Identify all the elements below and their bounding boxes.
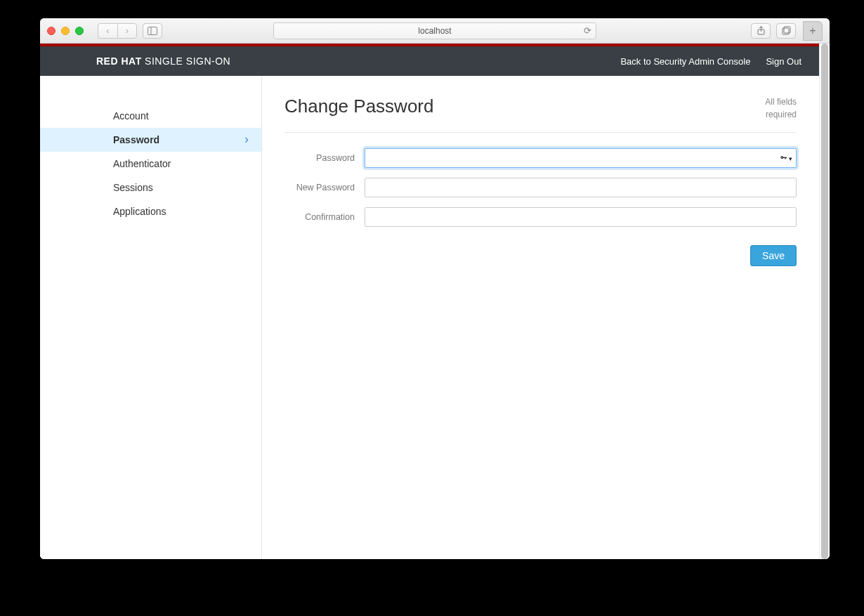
page: RED HAT SINGLE SIGN-ON Back to Security … [40, 44, 819, 559]
nav-buttons: ‹ › [98, 23, 137, 39]
svg-rect-0 [148, 27, 157, 34]
window-maximize-button[interactable] [75, 27, 84, 35]
share-button[interactable] [751, 23, 771, 39]
brand-bold: RED HAT [96, 55, 142, 67]
content-viewport: RED HAT SINGLE SIGN-ON Back to Security … [40, 44, 830, 559]
body: Account Password Authenticator Sessions … [40, 76, 819, 559]
password-label: Password [284, 148, 365, 164]
main-panel: Change Password All fields required Pass… [261, 76, 819, 559]
reload-icon[interactable]: ⟳ [584, 25, 591, 36]
tabs-icon [782, 26, 791, 35]
scrollbar-thumb[interactable] [821, 44, 828, 559]
title-row: Change Password All fields required [284, 96, 797, 133]
plus-icon: + [809, 25, 816, 37]
share-icon [757, 26, 766, 35]
password-input[interactable] [365, 148, 797, 168]
back-to-console-link[interactable]: Back to Security Admin Console [620, 56, 750, 67]
brand-logo: RED HAT SINGLE SIGN-ON [96, 55, 230, 67]
nav-back-button[interactable]: ‹ [98, 23, 117, 39]
window-minimize-button[interactable] [61, 27, 70, 35]
sidebar-item-label: Sessions [113, 182, 153, 193]
sign-out-link[interactable]: Sign Out [766, 56, 801, 67]
save-button[interactable]: Save [750, 245, 797, 266]
confirmation-label: Confirmation [284, 207, 365, 223]
window-controls [47, 27, 84, 35]
new-tab-button[interactable]: + [803, 21, 823, 41]
sidebar: Account Password Authenticator Sessions … [40, 76, 261, 559]
url-bar[interactable]: localhost ⟳ [273, 22, 596, 39]
new-password-label: New Password [284, 178, 365, 194]
sidebar-item-sessions[interactable]: Sessions [40, 176, 261, 199]
confirmation-input[interactable] [365, 207, 797, 227]
sidebar-item-authenticator[interactable]: Authenticator [40, 152, 261, 176]
form-actions: Save [284, 245, 797, 266]
sidebar-item-label: Applications [113, 206, 166, 217]
sidebar-item-label: Account [113, 110, 149, 122]
nav-forward-button[interactable]: › [117, 23, 137, 39]
browser-window: ‹ › localhost ⟳ [40, 18, 830, 559]
tabs-button[interactable] [776, 23, 796, 39]
form-row-password: Password ▾ [284, 148, 797, 168]
required-note: All fields required [765, 96, 797, 121]
form-row-confirmation: Confirmation [284, 207, 797, 227]
svg-rect-3 [783, 28, 789, 34]
titlebar-right-buttons: + [751, 21, 823, 41]
url-text: localhost [418, 26, 451, 36]
app-header: RED HAT SINGLE SIGN-ON Back to Security … [40, 46, 819, 76]
chevron-right-icon: › [126, 25, 129, 36]
sidebar-item-label: Authenticator [113, 158, 171, 169]
chevron-left-icon: ‹ [106, 25, 109, 36]
sidebar-item-account[interactable]: Account [40, 104, 261, 128]
scrollbar-track[interactable] [819, 44, 830, 559]
browser-sidebar-button[interactable] [143, 23, 162, 39]
form-row-new-password: New Password [284, 178, 797, 197]
browser-titlebar: ‹ › localhost ⟳ [40, 18, 830, 44]
header-links: Back to Security Admin Console Sign Out [620, 56, 801, 67]
new-password-input[interactable] [365, 178, 797, 197]
brand-light: SINGLE SIGN-ON [145, 55, 230, 67]
sidebar-icon [148, 27, 157, 35]
page-title: Change Password [284, 96, 433, 117]
sidebar-item-label: Password [113, 134, 159, 145]
window-close-button[interactable] [47, 27, 55, 35]
sidebar-item-applications[interactable]: Applications [40, 199, 261, 223]
sidebar-item-password[interactable]: Password [40, 128, 261, 152]
svg-rect-4 [784, 27, 790, 33]
